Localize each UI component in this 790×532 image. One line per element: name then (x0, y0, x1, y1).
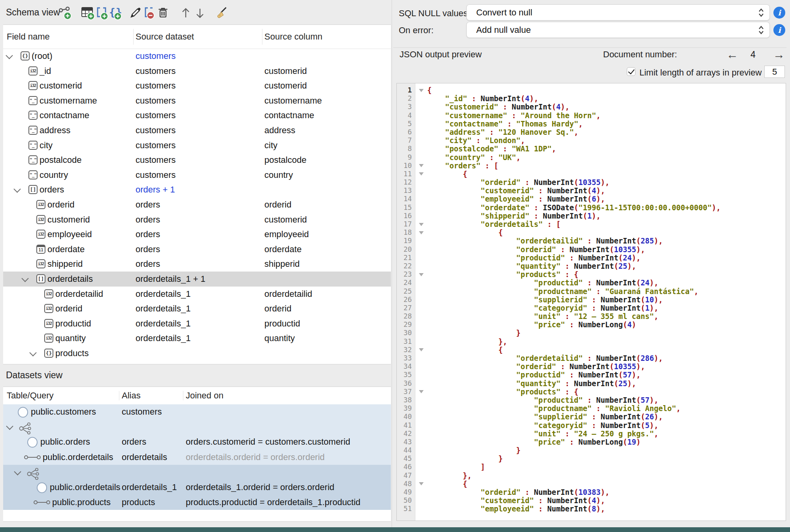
fold-collapse-icon[interactable] (415, 170, 427, 178)
column-divider[interactable] (119, 391, 119, 400)
column-header-alias: Alias (122, 387, 141, 404)
column-divider[interactable] (183, 391, 183, 400)
json-line: 29 "price" : NumberLong(4) (397, 321, 786, 329)
delete-field-icon[interactable] (156, 6, 171, 20)
limit-arrays-input[interactable]: 5 (764, 66, 785, 78)
json-line-text: "quantity" : NumberInt(25), (427, 262, 636, 270)
fold-gutter (415, 94, 427, 103)
field-name: products (55, 346, 89, 361)
json-line: 35 "productid" : NumberInt(57), (397, 371, 786, 379)
schema-tree-row[interactable]: "_"customernamecustomerscustomername (3, 93, 391, 108)
json-line-text: "products" : { (427, 270, 579, 279)
schema-tree-row[interactable]: []ordersorders + 1 (3, 182, 391, 197)
next-document-icon[interactable]: → (773, 49, 785, 60)
json-line-text: "employeeid" : NumberInt(8), (427, 505, 605, 513)
schema-tree-row[interactable]: "_"addresscustomersaddress (3, 123, 391, 138)
line-number: 29 (397, 321, 415, 329)
fold-collapse-icon[interactable] (415, 228, 427, 237)
schema-tree-row[interactable]: "_"citycustomerscity (3, 138, 391, 153)
line-number: 46 (397, 463, 415, 471)
move-up-icon[interactable] (179, 6, 193, 20)
line-number: 20 (397, 245, 415, 254)
column-divider[interactable] (133, 29, 134, 45)
add-array-field-icon[interactable] (95, 6, 109, 20)
schema-tree-row[interactable]: i32orderidordersorderid (3, 197, 391, 212)
line-number: 50 (397, 496, 415, 505)
add-join-icon[interactable] (58, 6, 72, 20)
dataset-row[interactable]: public.ordersordersorders.customerid = c… (3, 434, 391, 449)
add-table-icon[interactable] (81, 6, 95, 20)
fold-collapse-icon[interactable] (415, 480, 427, 488)
json-line-text: "productname" : "Ravioli Angelo", (427, 404, 681, 413)
schema-tree-row[interactable]: "_"contactnamecustomerscontactname (3, 108, 391, 123)
remove-field-icon[interactable] (141, 6, 156, 20)
schema-tree-row[interactable]: i32productidorderdetails_1productid (3, 316, 391, 331)
field-name: orders (40, 182, 64, 197)
json-line-text: "city" : "London", (427, 136, 525, 145)
schema-tree-row[interactable]: i32quantityorderdetails_1quantity (3, 331, 391, 346)
fold-collapse-icon[interactable] (415, 220, 427, 228)
column-header-source-column: Source column (264, 25, 322, 49)
add-object-field-icon[interactable]: { } (108, 6, 123, 20)
schema-tree-row[interactable]: {}(root)customers (3, 49, 391, 64)
window-footer-bar (0, 527, 790, 532)
chevron-down-icon[interactable] (21, 275, 28, 282)
sql-null-info-icon[interactable]: i (773, 7, 785, 19)
schema-tree-row[interactable]: "_"postalcodecustomerspostalcode (3, 153, 391, 168)
on-error-info-icon[interactable]: i (773, 24, 785, 36)
chevron-down-icon[interactable] (6, 52, 13, 59)
source-dataset: orders (136, 227, 160, 242)
edit-field-icon[interactable] (128, 6, 142, 20)
schema-tree-row[interactable]: 11orderdateordersorderdate (3, 242, 391, 257)
chevron-down-icon[interactable] (13, 186, 21, 193)
field-name: orderid (47, 197, 74, 212)
json-line: 2 "_id" : NumberInt(4), (397, 94, 786, 103)
sql-null-values-select[interactable]: Convert to null (466, 4, 770, 21)
object-type-icon: {} (21, 51, 30, 60)
fold-gutter (415, 321, 427, 329)
dataset-join-group-row[interactable] (3, 465, 391, 480)
fold-gutter (415, 237, 427, 245)
json-preview-editor[interactable]: 1{2 "_id" : NumberInt(4),3 "customerid" … (396, 83, 786, 521)
schema-tree-row[interactable]: {}products (3, 346, 391, 361)
field-name: city (40, 138, 53, 153)
limit-arrays-checkbox[interactable] (627, 67, 635, 76)
json-line: 17 "orderdetails" : [ (397, 220, 786, 228)
fold-collapse-icon[interactable] (415, 86, 427, 94)
prev-document-icon[interactable]: ← (726, 49, 738, 60)
fold-collapse-icon[interactable] (415, 346, 427, 354)
on-error-select[interactable]: Add null value (466, 22, 770, 38)
json-line: 13 "customerid" : NumberInt(4), (397, 187, 786, 195)
chevron-down-icon[interactable] (6, 423, 13, 430)
schema-tree-row[interactable]: "_"countrycustomerscountry (3, 168, 391, 183)
dataset-row[interactable]: public.customerscustomers (3, 404, 391, 419)
schema-tree-row[interactable]: i32_idcustomerscustomerid (3, 64, 391, 79)
source-dataset: orders (136, 212, 160, 227)
dataset-row[interactable]: public.orderdetailsorderdetailsorderdeta… (3, 450, 391, 465)
fold-gutter (415, 153, 427, 162)
fold-collapse-icon[interactable] (415, 162, 427, 170)
line-number: 26 (397, 296, 415, 304)
chevron-down-icon[interactable] (29, 349, 36, 356)
chevron-down-icon[interactable] (14, 468, 21, 475)
dataset-join-group-row[interactable] (3, 419, 391, 434)
move-down-icon[interactable] (193, 6, 207, 20)
schema-tree-row[interactable]: i32customeridorderscustomerid (3, 212, 391, 227)
column-header-field-name: Field name (7, 25, 50, 49)
dataset-row[interactable]: public.productsproductsproducts.producti… (3, 495, 391, 510)
column-divider[interactable] (262, 29, 262, 45)
json-line-text: "supplierid" : NumberInt(10), (427, 296, 663, 304)
schema-tree-row[interactable]: i32customeridcustomerscustomerid (3, 78, 391, 93)
line-number: 22 (397, 262, 415, 270)
schema-tree-row[interactable]: i32orderdetailidorderdetails_1orderdetai… (3, 287, 391, 302)
fold-gutter (415, 128, 427, 136)
fold-gutter (415, 472, 427, 480)
schema-tree-row[interactable]: i32employeeidordersemployeeid (3, 227, 391, 242)
fold-collapse-icon[interactable] (415, 270, 427, 279)
dataset-row[interactable]: public.orderdetailsorderdetails_1orderde… (3, 480, 391, 495)
clear-schema-icon[interactable] (214, 6, 228, 20)
schema-tree-row[interactable]: i32shipperidordersshipperid (3, 257, 391, 272)
schema-tree-row[interactable]: i32orderidorderdetails_1orderid (3, 301, 391, 316)
schema-tree-row[interactable]: []orderdetailsorderdetails_1 + 1 (3, 272, 391, 287)
fold-collapse-icon[interactable] (415, 388, 427, 396)
